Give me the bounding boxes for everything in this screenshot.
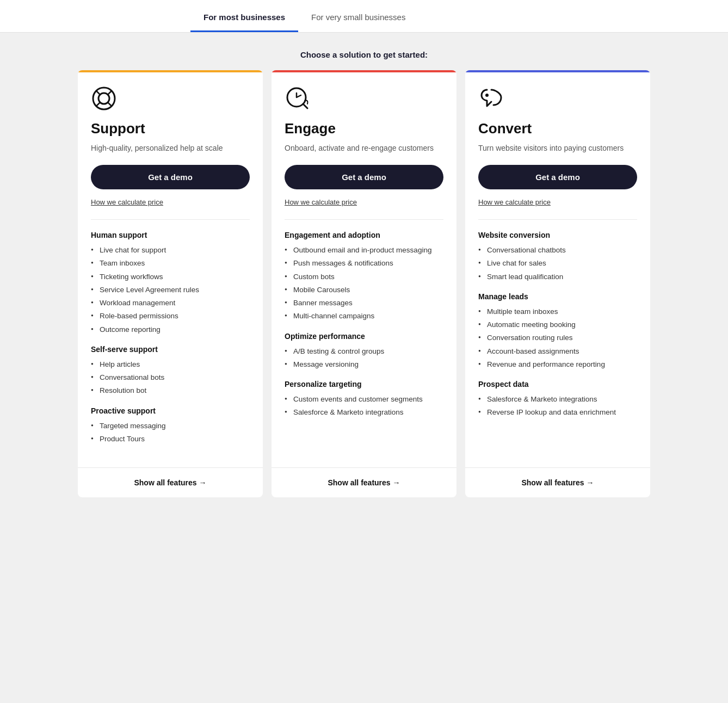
convert-title: Convert [478, 120, 637, 137]
engage-section-optimize-title: Optimize performance [285, 332, 443, 341]
list-item: Banner messages [285, 297, 443, 310]
engage-show-features[interactable]: Show all features → [328, 478, 400, 487]
support-price-link[interactable]: How we calculate price [91, 198, 250, 206]
convert-section-website: Website conversion Conversational chatbo… [478, 231, 637, 283]
list-item: Account-based assignments [478, 345, 637, 358]
list-item: Revenue and performance reporting [478, 358, 637, 371]
support-card-body: Support High-quality, personalized help … [78, 72, 263, 467]
list-item: Multi-channel campaigns [285, 310, 443, 323]
engage-card-body: Engage Onboard, activate and re-engage c… [272, 72, 456, 467]
engage-section-adoption: Engagement and adoption Outbound email a… [285, 231, 443, 323]
list-item: Workload management [91, 297, 250, 310]
convert-section-prospect: Prospect data Salesforce & Marketo integ… [478, 380, 637, 420]
engage-optimize-list: A/B testing & control groups Message ver… [285, 345, 443, 372]
tab-bar: For most businesses For very small busin… [0, 0, 728, 33]
engage-demo-button[interactable]: Get a demo [285, 165, 443, 189]
support-section-human: Human support Live chat for support Team… [91, 231, 250, 336]
list-item: Targeted messaging [91, 420, 250, 433]
support-title: Support [91, 120, 250, 137]
convert-price-link[interactable]: How we calculate price [478, 198, 637, 206]
convert-icon [478, 85, 504, 112]
support-section-selfserve: Self-serve support Help articles Convers… [91, 345, 250, 398]
list-item: Conversational bots [91, 371, 250, 384]
convert-card: Convert Turn website visitors into payin… [465, 70, 650, 497]
convert-website-list: Conversational chatbots Live chat for sa… [478, 244, 637, 283]
list-item: Live chat for sales [478, 257, 637, 270]
convert-leads-list: Multiple team inboxes Automatic meeting … [478, 305, 637, 371]
list-item: Multiple team inboxes [478, 305, 637, 318]
support-card: Support High-quality, personalized help … [78, 70, 263, 497]
support-section-proactive: Proactive support Targeted messaging Pro… [91, 406, 250, 446]
list-item: Reverse IP lookup and data enrichment [478, 406, 637, 419]
list-item: Conversational chatbots [478, 244, 637, 257]
list-item: Salesforce & Marketo integrations [478, 393, 637, 406]
support-section-selfserve-title: Self-serve support [91, 345, 250, 354]
engage-targeting-list: Custom events and customer segments Sale… [285, 393, 443, 420]
list-item: Message versioning [285, 358, 443, 371]
convert-card-footer: Show all features → [465, 467, 650, 497]
svg-point-7 [485, 94, 489, 97]
engage-adoption-list: Outbound email and in-product messaging … [285, 244, 443, 323]
convert-card-body: Convert Turn website visitors into payin… [465, 72, 650, 467]
list-item: Outcome reporting [91, 323, 250, 336]
engage-section-targeting-title: Personalize targeting [285, 380, 443, 388]
engage-section-optimize: Optimize performance A/B testing & contr… [285, 332, 443, 372]
list-item: Team inboxes [91, 257, 250, 270]
list-item: Outbound email and in-product messaging [285, 244, 443, 257]
list-item: Live chat for support [91, 244, 250, 257]
convert-demo-button[interactable]: Get a demo [478, 165, 637, 189]
list-item: Help articles [91, 358, 250, 371]
svg-line-4 [96, 102, 100, 106]
list-item: Role-based permissions [91, 310, 250, 323]
convert-divider [478, 219, 637, 220]
engage-price-link[interactable]: How we calculate price [285, 198, 443, 206]
list-item: Resolution bot [91, 384, 250, 397]
list-item: Ticketing workflows [91, 270, 250, 283]
convert-section-prospect-title: Prospect data [478, 380, 637, 388]
list-item: Smart lead qualification [478, 270, 637, 283]
list-item: A/B testing & control groups [285, 345, 443, 358]
svg-line-5 [108, 102, 112, 106]
convert-show-features[interactable]: Show all features → [521, 478, 594, 487]
engage-desc: Onboard, activate and re-engage customer… [285, 143, 443, 154]
support-proactive-list: Targeted messaging Product Tours [91, 420, 250, 446]
support-section-proactive-title: Proactive support [91, 406, 250, 415]
list-item: Automatic meeting booking [478, 318, 637, 331]
support-section-human-title: Human support [91, 231, 250, 239]
support-desc: High-quality, personalized help at scale [91, 143, 250, 154]
engage-section-adoption-title: Engagement and adoption [285, 231, 443, 239]
list-item: Push messages & notifications [285, 257, 443, 270]
support-human-list: Live chat for support Team inboxes Ticke… [91, 244, 250, 336]
support-show-features[interactable]: Show all features → [134, 478, 206, 487]
engage-divider [285, 219, 443, 220]
support-card-footer: Show all features → [78, 467, 263, 497]
support-demo-button[interactable]: Get a demo [91, 165, 250, 189]
cards-container: Support High-quality, personalized help … [22, 70, 706, 497]
main-content: Choose a solution to get started: Su [0, 33, 728, 519]
tab-most-businesses[interactable]: For most businesses [190, 4, 298, 32]
svg-line-2 [96, 91, 100, 95]
choose-label: Choose a solution to get started: [22, 50, 706, 59]
support-icon [91, 85, 117, 112]
list-item: Custom bots [285, 270, 443, 283]
list-item: Product Tours [91, 433, 250, 446]
list-item: Mobile Carousels [285, 283, 443, 297]
svg-line-3 [108, 91, 112, 95]
list-item: Salesforce & Marketo integrations [285, 406, 443, 419]
convert-section-leads-title: Manage leads [478, 292, 637, 301]
list-item: Custom events and customer segments [285, 393, 443, 406]
engage-card: Engage Onboard, activate and re-engage c… [272, 70, 456, 497]
convert-section-leads: Manage leads Multiple team inboxes Autom… [478, 292, 637, 371]
list-item: Conversation routing rules [478, 331, 637, 344]
convert-desc: Turn website visitors into paying custom… [478, 143, 637, 154]
support-divider [91, 219, 250, 220]
convert-prospect-list: Salesforce & Marketo integrations Revers… [478, 393, 637, 420]
engage-card-footer: Show all features → [272, 467, 456, 497]
engage-title: Engage [285, 120, 443, 137]
engage-icon [285, 85, 311, 112]
list-item: Service Level Agreement rules [91, 283, 250, 297]
support-selfserve-list: Help articles Conversational bots Resolu… [91, 358, 250, 398]
engage-section-targeting: Personalize targeting Custom events and … [285, 380, 443, 420]
tab-small-businesses[interactable]: For very small businesses [298, 4, 418, 32]
convert-section-website-title: Website conversion [478, 231, 637, 239]
